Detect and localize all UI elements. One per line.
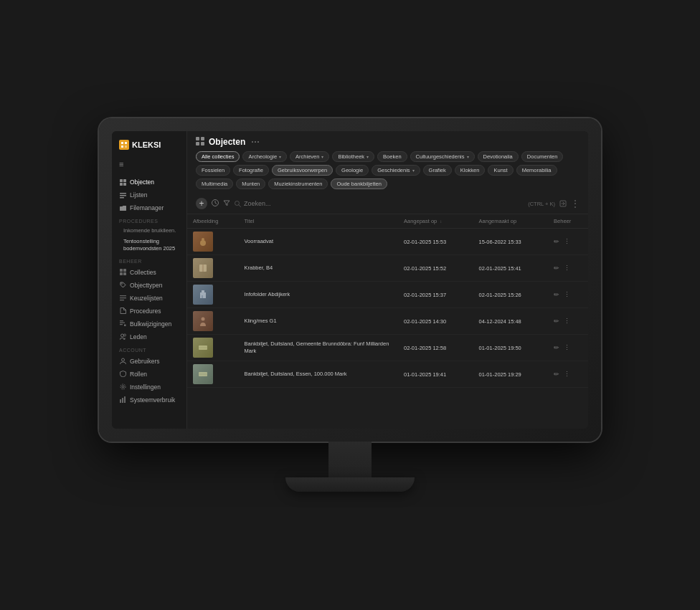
- filter-oude-bankbiljetten[interactable]: Oude bankbiljetten: [331, 178, 387, 189]
- sidebar-item-objecttypen[interactable]: Objecttypen: [112, 279, 186, 292]
- sidebar-item-inkomende[interactable]: Inkomende bruiklleen.: [112, 226, 186, 237]
- svg-rect-12: [123, 269, 126, 272]
- chart-icon: [119, 396, 126, 404]
- filter-cultuurgeschiedenis[interactable]: Cultuurgeschiedenis ▾: [410, 151, 475, 162]
- edit-button[interactable]: ✏: [554, 291, 559, 298]
- cell-aangemaakt-op: 15-06-2022 15:33: [473, 229, 549, 255]
- svg-point-15: [121, 283, 123, 285]
- svg-point-45: [202, 318, 205, 321]
- sidebar-item-collecties[interactable]: Collecties: [112, 266, 186, 279]
- filter-archeologie[interactable]: Archeologie ▾: [242, 151, 287, 162]
- sidebar-item-lijsten[interactable]: Lijsten: [112, 189, 186, 201]
- page-header: Objecten ⋯: [187, 131, 588, 151]
- edit-button[interactable]: ✏: [554, 265, 559, 272]
- svg-rect-28: [122, 398, 123, 403]
- svg-rect-32: [196, 142, 199, 146]
- filter-klokken[interactable]: Klokken: [455, 165, 486, 176]
- filter-alle-collecties[interactable]: Alle collecties: [196, 151, 240, 162]
- beheer-label: Beheer: [112, 254, 186, 266]
- search-right: (CTRL + K) ⋮: [528, 199, 580, 209]
- row-more-button[interactable]: ⋮: [564, 265, 570, 272]
- filter-documenten[interactable]: Documenten: [521, 151, 564, 162]
- cell-aangepast-op: 02-01-2025 15:53: [398, 229, 473, 255]
- sidebar-item-instellingen[interactable]: Instellingen: [112, 381, 186, 394]
- chevron-down-icon: ▾: [279, 154, 281, 159]
- menu-button[interactable]: ≡: [112, 157, 186, 171]
- filter-archieven[interactable]: Archieven ▾: [290, 151, 329, 162]
- filter-icon[interactable]: [223, 199, 230, 208]
- svg-rect-39: [202, 238, 204, 241]
- sidebar-item-label: Objecten: [130, 178, 154, 186]
- col-aangepast-op[interactable]: Aangepast op ↕: [398, 214, 473, 229]
- edit-button[interactable]: ✏: [554, 318, 559, 325]
- logo-icon: [119, 140, 129, 150]
- search-left: +: [196, 198, 316, 209]
- search-input[interactable]: [244, 200, 316, 207]
- filter-grafiek[interactable]: Grafiek: [423, 165, 452, 176]
- svg-point-23: [123, 334, 126, 336]
- row-more-button[interactable]: ⋮: [564, 291, 570, 298]
- sidebar-item-gebruikers[interactable]: Gebruikers: [112, 355, 186, 368]
- filter-munten[interactable]: Munten: [236, 178, 265, 189]
- table-row: Kling/mes G1 02-01-2025 14:30 04-12-2024…: [187, 308, 588, 335]
- export-icon[interactable]: [559, 200, 567, 207]
- svg-rect-13: [120, 272, 123, 275]
- svg-rect-2: [121, 146, 123, 148]
- filter-kunst[interactable]: Kunst: [488, 165, 513, 176]
- sidebar-item-rollen[interactable]: Rollen: [112, 368, 186, 381]
- edit-button[interactable]: ✏: [554, 344, 559, 351]
- sidebar-item-leden[interactable]: Leden: [112, 330, 186, 343]
- svg-rect-17: [120, 297, 126, 298]
- filter-devotionalia[interactable]: Devotionalia: [478, 151, 519, 162]
- sidebar-item-label: Objecttypen: [130, 282, 162, 289]
- edit-button[interactable]: ✏: [554, 371, 559, 378]
- filter-fotografie[interactable]: Fotografie: [233, 165, 269, 176]
- search-input-container[interactable]: [235, 200, 316, 207]
- page-header-icon: [196, 137, 204, 147]
- sidebar-item-systeemverbruik[interactable]: Systeemverbruik: [112, 394, 186, 406]
- svg-point-38: [200, 240, 206, 246]
- filter-fossielen[interactable]: Fossielen: [196, 165, 230, 176]
- add-object-button[interactable]: +: [196, 198, 207, 209]
- table-row: Krabber, B4 02-01-2025 15:52 02-01-2025 …: [187, 255, 588, 282]
- sidebar-item-label: Instellingen: [130, 383, 161, 391]
- row-more-button[interactable]: ⋮: [564, 371, 570, 378]
- cell-aangemaakt-op: 04-12-2024 15:48: [473, 308, 549, 335]
- chevron-down-icon: ▾: [321, 154, 323, 159]
- sidebar-item-keuzelijsten[interactable]: Keuzelijsten: [112, 292, 186, 305]
- row-more-button[interactable]: ⋮: [564, 318, 570, 325]
- sidebar-item-label: Keuzelijsten: [130, 295, 163, 302]
- filter-multimedia[interactable]: Multimedia: [196, 178, 233, 189]
- row-more-button[interactable]: ⋮: [564, 238, 570, 245]
- search-bar: +: [187, 194, 588, 214]
- cell-beheer: ✏ ⋮: [548, 282, 588, 308]
- history-icon[interactable]: [212, 199, 219, 208]
- filters-area: Alle collecties Archeologie ▾ Archieven …: [187, 151, 588, 194]
- cell-title: Krabber, B4: [239, 255, 398, 282]
- more-options-button[interactable]: ⋮: [571, 199, 580, 209]
- filter-muziekinstrumenten[interactable]: Muziekinstrumenten: [268, 178, 328, 189]
- filter-memorabilia[interactable]: Memorabilia: [516, 165, 557, 176]
- filter-bibliotheek[interactable]: Bibliotheek ▾: [332, 151, 374, 162]
- sidebar-item-tentoonstelling[interactable]: Tentoonstelling bodemvondsten 2025: [112, 237, 186, 254]
- sidebar-item-objecten[interactable]: Objecten: [112, 176, 186, 189]
- page-options-button[interactable]: ⋯: [251, 137, 260, 147]
- sidebar-item-procedures[interactable]: Procedures: [112, 305, 186, 318]
- filter-geschiedenis[interactable]: Geschiedenis ▾: [372, 165, 420, 176]
- sidebar-item-bulkwijzigingen[interactable]: Bulkwijzigingen: [112, 318, 186, 330]
- edit-button[interactable]: ✏: [554, 238, 559, 245]
- cell-thumbnail: [187, 361, 239, 388]
- filter-gebruiksvoorwerpen[interactable]: Gebruiksvoorwerpen: [272, 165, 333, 176]
- cell-aangemaakt-op: 02-01-2025 15:41: [473, 255, 549, 282]
- svg-rect-20: [120, 323, 125, 323]
- sidebar: KLEKSI ≡ Objecten: [112, 131, 187, 429]
- filter-boeken[interactable]: Boeken: [377, 151, 407, 162]
- svg-rect-44: [202, 295, 203, 298]
- main-content: Objecten ⋯ Alle collecties Archeologie ▾: [187, 131, 588, 429]
- svg-rect-30: [196, 137, 199, 140]
- filter-geologie[interactable]: Geologie: [336, 165, 369, 176]
- sidebar-item-filemanager[interactable]: Filemanager: [112, 201, 186, 214]
- account-label: Account: [112, 343, 186, 355]
- row-more-button[interactable]: ⋮: [564, 344, 570, 351]
- svg-rect-9: [120, 195, 126, 196]
